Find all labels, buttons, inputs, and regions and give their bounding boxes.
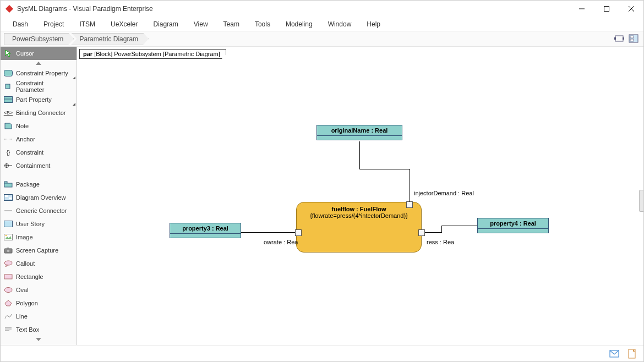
palette-note[interactable]: Note — [1, 119, 77, 133]
note-icon — [4, 122, 13, 130]
svg-marker-0 — [6, 5, 13, 13]
palette-constraint-parameter[interactable]: Constraint Parameter — [1, 80, 77, 93]
menu-window[interactable]: Window — [320, 18, 359, 30]
port-flowrate[interactable] — [295, 229, 302, 236]
svg-rect-10 — [630, 39, 634, 41]
close-button[interactable] — [619, 1, 643, 17]
menu-modeling[interactable]: Modeling — [278, 18, 320, 30]
mail-icon[interactable] — [609, 349, 619, 359]
block-property4[interactable]: property4 : Real — [477, 218, 549, 233]
diagram-canvas[interactable]: par [Block] PowerSubsystem [Parametric D… — [77, 47, 643, 345]
connector — [241, 232, 295, 233]
status-bar — [1, 345, 643, 361]
menu-help[interactable]: Help — [359, 18, 388, 30]
part-property-icon — [4, 96, 13, 103]
svg-marker-11 — [6, 50, 10, 57]
palette-line[interactable]: Line — [1, 310, 77, 323]
svg-rect-28 — [4, 221, 13, 227]
maximize-button[interactable] — [594, 1, 619, 17]
menu-tools[interactable]: Tools — [247, 18, 278, 30]
palette-containment[interactable]: Containment — [1, 159, 77, 172]
diagram-frame-label: par [Block] PowerSubsystem [Parametric D… — [79, 49, 226, 59]
palette-scroll-up[interactable] — [1, 60, 77, 67]
block-property3[interactable]: property3 : Real — [170, 223, 241, 238]
minimize-button[interactable] — [569, 1, 594, 17]
menu-view[interactable]: View — [186, 18, 216, 30]
breadcrumb-item[interactable]: PowerSubsystem — [4, 33, 74, 45]
palette-binding-connector[interactable]: <B>Binding Connector — [1, 106, 77, 119]
generic-connector-icon — [4, 207, 13, 215]
callout-icon — [4, 260, 13, 267]
connector — [425, 232, 441, 233]
label-press: ress : Rea — [427, 239, 454, 245]
menu-diagram[interactable]: Diagram — [145, 18, 185, 30]
svg-point-38 — [4, 288, 12, 293]
polygon-icon — [4, 299, 13, 307]
page-icon[interactable] — [627, 349, 637, 359]
palette-screen-capture[interactable]: Screen Capture — [1, 244, 77, 257]
palette-cursor[interactable]: Cursor — [1, 47, 77, 60]
breadcrumb-row: PowerSubsystem Parametric Diagram — [1, 31, 643, 47]
palette-package[interactable]: Package — [1, 178, 77, 191]
constraint-fuelflow[interactable]: fuelflow : FuelFlow {flowrate=press/(4*i… — [296, 202, 422, 253]
svg-rect-9 — [630, 36, 634, 38]
title-bar: SysML Diagrams - Visual Paradigm Enterpr… — [1, 1, 643, 17]
switch-diagram-icon[interactable] — [614, 33, 625, 44]
window-title: SysML Diagrams - Visual Paradigm Enterpr… — [17, 5, 569, 13]
menu-team[interactable]: Team — [216, 18, 247, 30]
connector — [441, 226, 477, 226]
svg-rect-37 — [4, 275, 12, 279]
palette-rectangle[interactable]: Rectangle — [1, 270, 77, 283]
palette-callout[interactable]: Callout — [1, 257, 77, 270]
svg-rect-12 — [4, 70, 13, 76]
containment-icon — [4, 162, 13, 169]
menu-uexceler[interactable]: UeXceler — [103, 18, 145, 30]
svg-rect-26 — [9, 198, 12, 199]
user-story-icon — [4, 220, 13, 228]
palette-image[interactable]: Image — [1, 231, 77, 244]
palette-constraint[interactable]: {}Constraint — [1, 146, 77, 159]
svg-rect-6 — [614, 37, 616, 40]
menu-itsm[interactable]: ITSM — [72, 18, 103, 30]
palette-diagram-overview[interactable]: Diagram Overview — [1, 191, 77, 204]
constraint-property-icon — [4, 69, 13, 77]
connector — [410, 169, 410, 202]
palette-part-property[interactable]: Part Property — [1, 93, 77, 106]
connector — [441, 226, 442, 233]
label-flowrate: owrate : Rea — [264, 239, 298, 245]
svg-point-33 — [7, 250, 10, 253]
palette-scroll-down[interactable] — [1, 336, 77, 343]
label-injector-demand: injectorDemand : Real — [414, 190, 474, 196]
palette-constraint-property[interactable]: Constraint Property — [1, 67, 77, 80]
svg-rect-7 — [623, 37, 624, 40]
svg-rect-13 — [6, 84, 10, 89]
workspace: Cursor Constraint Property Constraint Pa… — [1, 47, 643, 345]
svg-point-31 — [6, 235, 7, 237]
oval-icon — [4, 286, 13, 294]
port-injector-demand[interactable] — [406, 201, 413, 208]
side-panel-handle[interactable] — [639, 190, 643, 212]
svg-rect-2 — [604, 7, 609, 12]
palette-generic-connector[interactable]: Generic Connector — [1, 204, 77, 217]
svg-rect-25 — [5, 195, 8, 197]
palette-text-box[interactable]: Text Box — [1, 323, 77, 336]
cursor-icon — [4, 50, 13, 57]
line-icon — [4, 312, 13, 320]
palette-polygon[interactable]: Polygon — [1, 297, 77, 310]
rectangle-icon — [4, 273, 13, 281]
palette-oval[interactable]: Oval — [1, 283, 77, 297]
constraint-icon: {} — [4, 149, 13, 156]
svg-rect-34 — [7, 248, 9, 249]
anchor-icon — [4, 135, 13, 143]
svg-rect-14 — [4, 97, 13, 103]
menu-project[interactable]: Project — [36, 18, 72, 30]
diagram-list-icon[interactable] — [628, 33, 639, 44]
binding-connector-icon: <B> — [4, 109, 13, 117]
block-originalname[interactable]: originalName : Real — [316, 125, 402, 140]
palette-user-story[interactable]: User Story — [1, 217, 77, 231]
palette-anchor[interactable]: Anchor — [1, 133, 77, 146]
svg-marker-39 — [5, 300, 12, 306]
breadcrumb-item[interactable]: Parametric Diagram — [71, 33, 149, 45]
menu-dash[interactable]: Dash — [5, 18, 36, 30]
port-press[interactable] — [418, 229, 425, 236]
